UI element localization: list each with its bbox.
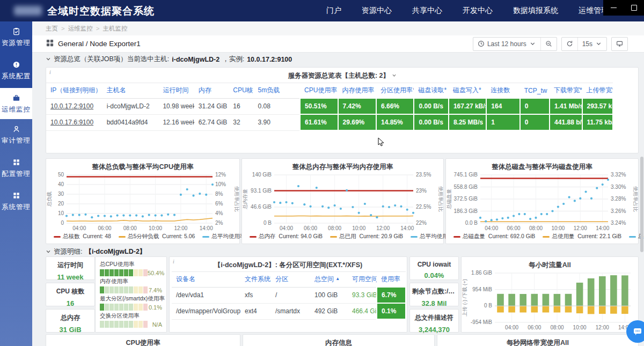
chart-title: 内存信息 bbox=[243, 335, 434, 346]
chart-legend[interactable]: 总核数 Current: 48总5分钟负载 Current: 5.06总平均使用… bbox=[46, 232, 239, 240]
load-cpu-chart-panel: 整体总负载与整体平均CPU使用率 010203040502%4%6%8%10%1… bbox=[46, 158, 240, 244]
column-header[interactable]: 内存 bbox=[194, 83, 229, 99]
legend-item[interactable]: 总核数 Current: 48 bbox=[54, 233, 111, 240]
sidebar-item-ops-monitor[interactable]: 运维监控 bbox=[0, 88, 32, 119]
window-restore-icon[interactable] bbox=[631, 5, 637, 11]
column-header[interactable]: CPU核 bbox=[229, 83, 253, 99]
legend-item[interactable]: 总5分钟负载 Current: 5.06 bbox=[119, 233, 195, 240]
section-header-detail[interactable]: 资源明细: 【i-dcoMjgwLD-2】 bbox=[46, 247, 146, 256]
metric-cell: 14.85% bbox=[376, 114, 414, 130]
section-header-overview[interactable]: 资源总览（关联JOB项）当前选中主机: i-dcoMjgwLD-2，实例: 10… bbox=[46, 55, 292, 64]
refresh-icon bbox=[566, 40, 573, 47]
metric-cell: 164 bbox=[486, 98, 519, 114]
column-header[interactable]: 下载带宽* bbox=[550, 83, 582, 99]
nav-item-share-center[interactable]: 共享中心 bbox=[412, 6, 442, 16]
host-link[interactable]: 10.0.17.2:9100 bbox=[50, 102, 93, 110]
svg-text:0.0 B: 0.0 B bbox=[465, 220, 478, 226]
stat-value: 0.04% bbox=[410, 271, 458, 279]
legend-item[interactable]: 总磁盘量 Current: 692.0 GiB bbox=[453, 233, 535, 240]
column-header[interactable]: 主机名 bbox=[103, 83, 159, 99]
svg-text:3.26%: 3.26% bbox=[611, 208, 626, 214]
svg-text:06:00: 06:00 bbox=[528, 325, 541, 330]
breadcrumb-separator: > bbox=[96, 25, 100, 32]
column-header[interactable]: 运行时间 bbox=[158, 83, 194, 99]
legend-item[interactable]: 总使用量 Current: 22.1 GiB bbox=[543, 233, 621, 240]
bar-gauge: 总CPU使用率50.4% bbox=[100, 261, 162, 276]
svg-text:954 MiB: 954 MiB bbox=[472, 286, 492, 292]
sidebar-item-resources[interactable]: 资源管理 bbox=[0, 21, 32, 55]
column-header[interactable]: 磁盘读取* bbox=[414, 83, 448, 99]
column-header[interactable]: CPU使用率 bbox=[300, 83, 338, 99]
disk-chart-panel: 整体总磁盘与整体平均磁盘使用率 0.0 B186.3 GiB372.5 GiB5… bbox=[445, 158, 639, 244]
chart-canvas[interactable]: 010203040502%4%6%8%10%12%04:0006:0008:00… bbox=[46, 172, 239, 232]
stat-value: 32.8 Mil bbox=[410, 299, 458, 307]
column-header[interactable]: 使用率 bbox=[377, 272, 406, 288]
partition-table-row: /dev/vda1xfs/100 GiB93.3 GiB6.7% bbox=[172, 287, 406, 303]
column-header[interactable]: 分区使用率* bbox=[376, 83, 414, 99]
nav-item-data-report[interactable]: 数据填报系统 bbox=[513, 6, 558, 16]
window-minimize-icon[interactable] bbox=[611, 8, 617, 8]
column-header[interactable]: 内存使用率 bbox=[338, 83, 376, 99]
refresh-button[interactable] bbox=[562, 38, 577, 50]
sidebar-item-audit[interactable]: 审计管理 bbox=[0, 119, 32, 152]
column-header[interactable]: 连接数 bbox=[486, 83, 519, 99]
resources-icon bbox=[12, 26, 20, 35]
chart-canvas[interactable]: 0.0 B186.3 GiB372.5 GiB558.8 GiB745.1 Gi… bbox=[446, 172, 638, 232]
sidebar-item-system-config[interactable]: 系统配置 bbox=[0, 55, 32, 88]
panel-info-icon[interactable]: i bbox=[173, 259, 174, 264]
column-header[interactable]: TCP_tw bbox=[520, 83, 550, 99]
legend-item[interactable]: 总已用 Current: 20.9 GiB bbox=[330, 233, 403, 240]
remaining-inodes-stat: 剩余节点数:/s...32.8 Mil bbox=[409, 283, 459, 306]
cell: 492 GiB bbox=[310, 303, 348, 319]
gauge-value: N/A bbox=[152, 321, 162, 328]
column-header[interactable]: 总空间 ▲ bbox=[310, 272, 348, 288]
svg-text:0 B: 0 B bbox=[264, 220, 272, 226]
stat-title: 剩余节点数:/s... bbox=[410, 287, 458, 296]
sidebar-item-system[interactable]: 系统管理 bbox=[0, 186, 32, 219]
svg-text:2%: 2% bbox=[215, 220, 223, 226]
panel-info-icon[interactable]: i bbox=[49, 69, 51, 75]
nav-item-resource-center[interactable]: 资源中心 bbox=[362, 6, 392, 16]
dashboard-title[interactable]: General / Node Exporter1 bbox=[58, 40, 141, 48]
chart-legend[interactable]: 总磁盘量 Current: 692.0 GiB总使用量 Current: 22.… bbox=[446, 232, 638, 240]
column-header[interactable]: IP（链接到明细） bbox=[46, 83, 103, 99]
host-link[interactable]: 10.0.17.6:9100 bbox=[50, 119, 93, 126]
column-header[interactable]: 设备名 bbox=[172, 272, 240, 288]
breadcrumb: 主页 > 运维监控 > 主机监控 bbox=[32, 21, 644, 35]
chart-title: 每秒网络带宽使用All bbox=[437, 335, 638, 346]
time-range-picker[interactable]: Last 12 hours bbox=[473, 38, 540, 50]
svg-text:06:00: 06:00 bbox=[507, 225, 521, 231]
legend-item[interactable]: 总内存 Current: 94.0 GiB bbox=[250, 233, 323, 240]
stat-value: 3,244,370 bbox=[410, 326, 458, 334]
server-table-title[interactable]: 服务器资源总览表【主机总数: 2】 bbox=[46, 68, 638, 80]
kiosk-mode-button[interactable] bbox=[612, 38, 627, 50]
svg-text:372.5 GiB: 372.5 GiB bbox=[454, 196, 478, 202]
zoom-out-button[interactable] bbox=[540, 38, 557, 50]
gauge-cells bbox=[100, 269, 148, 276]
metric-cell: 1 bbox=[486, 114, 519, 130]
nav-item-portal[interactable]: 门户 bbox=[326, 6, 341, 16]
breadcrumb-ops-monitor[interactable]: 运维监控 bbox=[68, 25, 93, 33]
sidebar-item-config[interactable]: 配置管理 bbox=[0, 152, 32, 186]
nav-item-dev-center[interactable]: 开发中心 bbox=[463, 6, 493, 16]
breadcrumb-host-monitor: 主机监控 bbox=[103, 25, 127, 33]
metric-cell: 11.75 kb/s bbox=[582, 114, 613, 130]
column-header[interactable]: 文件系统 bbox=[240, 272, 271, 288]
chart-canvas[interactable]: 0 B46.6 GiB93.1 GiB140 GiB22%22.5%23%23.… bbox=[242, 172, 443, 232]
chevron-down-icon bbox=[529, 40, 536, 47]
bar-gauge: 最大分区(/smartdx)使用率0.1% bbox=[100, 295, 162, 311]
scrollbar-thumb[interactable] bbox=[640, 157, 643, 252]
metric-cell: 1.41 Mb/s bbox=[550, 98, 582, 114]
refresh-interval-dropdown[interactable]: 15s bbox=[577, 38, 606, 50]
svg-text:4%: 4% bbox=[215, 210, 223, 216]
chart-legend[interactable]: 总内存 Current: 94.0 GiB总已用 Current: 20.9 G… bbox=[242, 232, 443, 240]
svg-text:14:00: 14:00 bbox=[596, 225, 609, 231]
column-header[interactable]: 分区 bbox=[271, 272, 310, 288]
column-header[interactable]: 上传带宽* bbox=[582, 83, 613, 99]
breadcrumb-home[interactable]: 主页 bbox=[46, 25, 58, 33]
chart-canvas[interactable]: -954 MiB0 B954 MiB1.86 GiB04:0006:0008:0… bbox=[462, 270, 638, 331]
column-header[interactable]: 可用空间 bbox=[348, 272, 377, 288]
column-header[interactable]: 磁盘写入* bbox=[449, 83, 486, 99]
total-memory-stat: 总内存31 GiB bbox=[46, 309, 95, 333]
column-header[interactable]: 5m负载 bbox=[254, 83, 301, 99]
